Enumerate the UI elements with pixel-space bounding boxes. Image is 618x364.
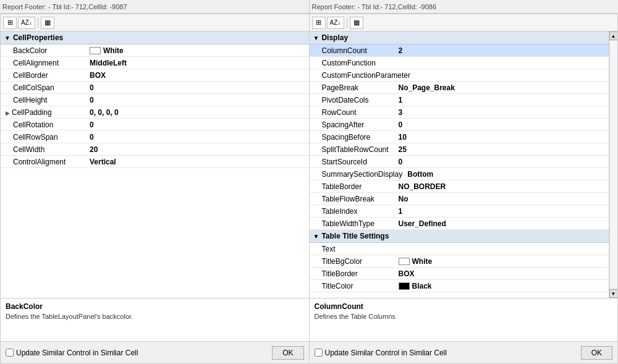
prop-name-cellalignment: CellAlignment xyxy=(1,57,87,69)
prop-row-pagebreak[interactable]: PageBreak No_Page_Break xyxy=(310,82,609,94)
prop-value-titlebgcolor: White xyxy=(396,256,609,267)
prop-name-customfunction: CustomFunction xyxy=(310,57,396,69)
prop-name-titlebgcolor: TitleBgColor xyxy=(310,256,396,267)
left-update-checkbox[interactable] xyxy=(6,349,14,357)
left-top-bar: Report Footer: - Tbl Id:- 712,CellId: -9… xyxy=(0,0,309,14)
left-bottom-info: BackColor Defines the TableLayoutPanel's… xyxy=(1,298,309,341)
prop-name-spacingafter: SpacingAfter xyxy=(310,119,396,130)
prop-row-titleborder[interactable]: TitleBorder BOX xyxy=(310,268,609,280)
titlebgcolor-swatch xyxy=(399,258,410,265)
right-toolbar-sep xyxy=(347,18,347,28)
scroll-down-arrow[interactable]: ▼ xyxy=(609,289,618,298)
left-grid-btn[interactable]: ▦ xyxy=(41,17,54,29)
right-bottom-footer: Update Similar Control in Simliar Cell O… xyxy=(310,341,618,363)
right-checkbox-label: Update Similar Control in Simliar Cell xyxy=(325,349,447,357)
prop-name-tableflowbreak: TableFlowBreak xyxy=(310,193,396,205)
left-section-expand-icon: ▼ xyxy=(4,35,11,41)
scroll-up-arrow[interactable]: ▲ xyxy=(609,32,618,40)
cellpadding-expand-arrow: ▶ xyxy=(6,110,10,116)
right-display-expand-icon: ▼ xyxy=(313,35,320,41)
right-info-title: ColumnCount xyxy=(315,302,613,311)
left-section-header-cellproperties[interactable]: ▼ CellProperties xyxy=(1,32,309,44)
right-sort-btn1[interactable]: ⊞ xyxy=(312,17,326,29)
prop-name-titlecolor: TitleColor xyxy=(310,281,396,292)
right-bottom-info: ColumnCount Defines the Table Columns xyxy=(310,298,618,341)
left-properties-area: ▼ CellProperties BackColor White CellAli… xyxy=(1,32,309,298)
left-info-title: BackColor xyxy=(6,302,304,311)
left-bottom-footer: Update Similar Control in Simliar Cell O… xyxy=(1,341,309,363)
prop-row-cellborder[interactable]: CellBorder BOX xyxy=(1,69,309,82)
prop-name-cellborder: CellBorder xyxy=(1,70,87,81)
right-update-checkbox[interactable] xyxy=(315,349,323,357)
prop-row-tableindex[interactable]: TableIndex 1 xyxy=(310,205,609,218)
prop-row-customfunction[interactable]: CustomFunction xyxy=(310,57,609,69)
prop-row-rowcount[interactable]: RowCount 3 xyxy=(310,106,609,119)
prop-value-backcolor: White xyxy=(87,45,309,56)
titlecolor-swatch xyxy=(399,282,410,290)
prop-row-text[interactable]: Text xyxy=(310,243,609,255)
prop-name-summarysectiondisplay: SummarySectionDisplay xyxy=(310,169,405,180)
prop-value-splittablerowcount: 25 xyxy=(396,144,609,155)
prop-name-cellcolspan: CellColSpan xyxy=(1,82,87,93)
right-ok-button[interactable]: OK xyxy=(581,346,612,360)
prop-row-cellwidth[interactable]: CellWidth 20 xyxy=(1,143,309,156)
left-ok-button[interactable]: OK xyxy=(272,346,303,360)
right-section-header-display[interactable]: ▼ Display xyxy=(310,32,609,44)
left-sort-btn1[interactable]: ⊞ xyxy=(3,17,17,29)
prop-row-columncount[interactable]: ColumnCount 2 xyxy=(310,44,609,57)
prop-value-pagebreak: No_Page_Break xyxy=(396,82,609,93)
prop-value-spacingafter: 0 xyxy=(396,119,609,130)
prop-row-cellalignment[interactable]: CellAlignment MiddleLeft xyxy=(1,57,309,69)
right-section-header-titlesettings[interactable]: ▼ Table Title Settings xyxy=(310,230,609,243)
prop-value-spacingbefore: 10 xyxy=(396,132,609,143)
prop-row-pivotdatecols[interactable]: PivotDateCols 1 xyxy=(310,94,609,106)
prop-name-backcolor: BackColor xyxy=(1,45,87,56)
right-top-bar: Report Footer: - Tbl Id:- 712,CellId: -9… xyxy=(309,0,619,14)
prop-row-tablewidthtype[interactable]: TableWidthType User_Defined xyxy=(310,218,609,230)
prop-value-cellborder: BOX xyxy=(87,70,309,81)
prop-row-startsourceid[interactable]: StartSourceId 0 xyxy=(310,156,609,168)
prop-row-titlebgcolor[interactable]: TitleBgColor White xyxy=(310,255,609,268)
prop-name-titleborder: TitleBorder xyxy=(310,268,396,279)
prop-name-cellrowspan: CellRowSpan xyxy=(1,132,87,143)
prop-row-splittablerowcount[interactable]: SplitTableRowCount 25 xyxy=(310,143,609,156)
prop-row-tableflowbreak[interactable]: TableFlowBreak No xyxy=(310,193,609,205)
right-scrollbar: ▲ ▼ xyxy=(609,32,617,298)
prop-row-cellrotation[interactable]: CellRotation 0 xyxy=(1,119,309,131)
prop-row-titlecolor[interactable]: TitleColor Black xyxy=(310,280,609,292)
prop-value-cellheight: 0 xyxy=(87,95,309,106)
backcolor-swatch xyxy=(90,47,101,54)
prop-value-text xyxy=(396,248,609,250)
main-container: Report Footer: - Tbl Id:- 712,CellId: -9… xyxy=(0,0,618,364)
prop-row-cellrowspan[interactable]: CellRowSpan 0 xyxy=(1,131,309,143)
prop-row-tableborder[interactable]: TableBorder NO_BORDER xyxy=(310,180,609,193)
prop-row-spacingafter[interactable]: SpacingAfter 0 xyxy=(310,119,609,131)
left-checkbox-label: Update Similar Control in Simliar Cell xyxy=(16,349,138,357)
prop-row-controlaligment[interactable]: ControlAligment Vertical xyxy=(1,156,309,168)
right-grid-btn[interactable]: ▦ xyxy=(350,17,363,29)
prop-row-cellcolspan[interactable]: CellColSpan 0 xyxy=(1,82,309,94)
right-sort-btn2[interactable]: AZ↓ xyxy=(327,17,344,29)
prop-row-backcolor[interactable]: BackColor White xyxy=(1,44,309,57)
prop-value-startsourceid: 0 xyxy=(396,156,609,167)
prop-row-spacingbefore[interactable]: SpacingBefore 10 xyxy=(310,131,609,143)
prop-row-summarysectiondisplay[interactable]: SummarySectionDisplay Bottom xyxy=(310,168,609,180)
left-sort-btn2[interactable]: AZ↓ xyxy=(18,17,35,29)
prop-row-customfunctionparameter[interactable]: CustomFunctionParameter xyxy=(310,69,609,82)
prop-value-customfunctionparameter xyxy=(413,74,609,77)
right-toolbar: ⊞ AZ↓ ▦ xyxy=(310,14,618,32)
right-info-desc: Defines the Table Columns xyxy=(315,313,613,320)
prop-value-tableindex: 1 xyxy=(396,206,609,217)
prop-row-cellpadding[interactable]: ▶CellPadding 0, 0, 0, 0 xyxy=(1,106,309,119)
prop-value-customfunction xyxy=(396,62,609,64)
right-report-footer-label: Report Footer: - Tbl Id:- 712,CellId: -9… xyxy=(312,3,437,11)
panels-row: ⊞ AZ↓ ▦ ▼ CellProperties BackColor White xyxy=(0,14,618,364)
scroll-track[interactable] xyxy=(609,40,618,289)
prop-name-cellheight: CellHeight xyxy=(1,95,87,106)
top-bar-row: Report Footer: - Tbl Id:- 712,CellId: -9… xyxy=(0,0,618,14)
prop-row-cellheight[interactable]: CellHeight 0 xyxy=(1,94,309,106)
prop-name-tableindex: TableIndex xyxy=(310,206,396,217)
right-props-wrapper: ▼ Display ColumnCount 2 CustomFunction C… xyxy=(310,32,618,298)
prop-value-titleborder: BOX xyxy=(396,268,609,279)
right-titlesettings-section-title: Table Title Settings xyxy=(321,232,389,240)
